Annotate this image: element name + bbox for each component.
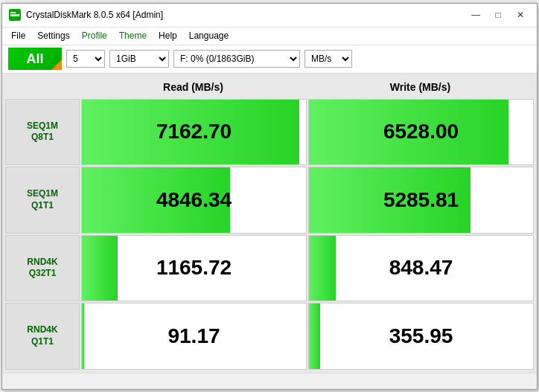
unit-select[interactable]: MB/s GB/s IOPS μs (304, 50, 352, 68)
window-title: CrystalDiskMark 8.0.5 x64 [Admin] (26, 10, 465, 20)
menu-profile[interactable]: Profile (76, 28, 113, 44)
data-rows-container: SEQ1MQ8T17162.706528.00SEQ1MQ1T14846.345… (5, 99, 534, 370)
runs-select[interactable]: 5 1 3 10 (66, 50, 105, 68)
write-cell-seq1m-q8t1: 6528.00 (308, 99, 534, 166)
menu-file[interactable]: File (5, 28, 31, 44)
menu-theme[interactable]: Theme (113, 28, 153, 44)
header-spacer (5, 77, 80, 97)
maximize-button[interactable]: □ (488, 7, 508, 23)
read-cell-seq1m-q8t1: 7162.70 (81, 99, 307, 166)
close-button[interactable]: ✕ (510, 7, 531, 23)
status-bar (2, 373, 537, 389)
all-button[interactable]: All (8, 48, 62, 70)
read-value-rnd4k-q32t1: 1165.72 (156, 256, 232, 280)
minimize-button[interactable]: — (465, 7, 486, 23)
window-controls: — □ ✕ (465, 7, 531, 23)
read-value-seq1m-q8t1: 7162.70 (156, 120, 232, 144)
write-value-rnd4k-q32t1: 848.47 (389, 256, 453, 280)
header-row: Read (MB/s) Write (MB/s) (5, 77, 534, 97)
write-cell-rnd4k-q1t1: 355.95 (308, 303, 534, 370)
write-cell-rnd4k-q32t1: 848.47 (308, 235, 534, 302)
row-label-seq1m-q8t1: SEQ1MQ8T1 (5, 99, 80, 166)
data-row-rnd4k-q1t1: RND4KQ1T191.17355.95 (5, 303, 534, 370)
write-value-seq1m-q1t1: 5285.81 (383, 188, 459, 212)
data-row-seq1m-q8t1: SEQ1MQ8T17162.706528.00 (5, 99, 534, 166)
row-label-rnd4k-q1t1: RND4KQ1T1 (5, 303, 80, 370)
read-value-rnd4k-q1t1: 91.17 (168, 324, 220, 348)
row-label-seq1m-q1t1: SEQ1MQ1T1 (5, 167, 80, 234)
menu-bar: File Settings Profile Theme Help Languag… (2, 28, 537, 45)
drive-select[interactable]: F: 0% (0/1863GiB) (173, 50, 300, 68)
menu-help[interactable]: Help (153, 28, 183, 44)
main-content: Read (MB/s) Write (MB/s) SEQ1MQ8T17162.7… (2, 74, 537, 373)
read-value-seq1m-q1t1: 4846.34 (156, 188, 232, 212)
header-write: Write (MB/s) (307, 77, 534, 97)
svg-rect-1 (10, 14, 19, 16)
write-value-rnd4k-q1t1: 355.95 (389, 324, 453, 348)
title-bar: CrystalDiskMark 8.0.5 x64 [Admin] — □ ✕ (2, 4, 537, 28)
row-label-rnd4k-q32t1: RND4KQ32T1 (5, 235, 80, 302)
header-read: Read (MB/s) (80, 77, 307, 97)
app-icon (8, 8, 22, 22)
size-select[interactable]: 1GiB 512MiB 2GiB 4GiB (109, 50, 169, 68)
main-window: CrystalDiskMark 8.0.5 x64 [Admin] — □ ✕ … (1, 3, 538, 390)
svg-rect-2 (10, 12, 16, 13)
data-row-seq1m-q1t1: SEQ1MQ1T14846.345285.81 (5, 167, 534, 234)
menu-settings[interactable]: Settings (31, 28, 75, 44)
data-row-rnd4k-q32t1: RND4KQ32T11165.72848.47 (5, 235, 534, 302)
write-cell-seq1m-q1t1: 5285.81 (308, 167, 534, 234)
read-cell-rnd4k-q32t1: 1165.72 (81, 235, 307, 302)
write-value-seq1m-q8t1: 6528.00 (383, 120, 459, 144)
read-cell-rnd4k-q1t1: 91.17 (81, 303, 307, 370)
menu-language[interactable]: Language (183, 28, 235, 44)
toolbar: All 5 1 3 10 1GiB 512MiB 2GiB 4GiB F: 0%… (2, 45, 537, 74)
read-cell-seq1m-q1t1: 4846.34 (81, 167, 307, 234)
